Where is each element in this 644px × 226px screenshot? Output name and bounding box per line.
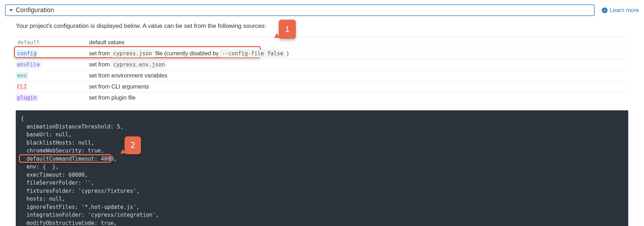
source-row: envFileset from cypress.env.json	[16, 59, 628, 70]
configuration-accordion-header[interactable]: Configuration	[5, 4, 595, 16]
source-key: CLI	[16, 83, 28, 90]
source-desc: set from cypress.env.json	[89, 59, 628, 70]
source-key: config	[16, 50, 38, 57]
source-row: CLIset from CLI arguments	[16, 81, 628, 92]
panel-title: Configuration	[16, 6, 54, 14]
source-key: plugin	[16, 94, 38, 101]
info-icon: i	[602, 7, 608, 13]
code-literal: --config-file false	[220, 50, 285, 57]
caret-down-icon	[9, 9, 13, 11]
config-line: execTimeout: 60000,	[21, 171, 623, 179]
config-line: defaultCommandTimeout: 4000,2	[21, 155, 623, 163]
source-desc: default values	[89, 37, 628, 48]
intro-text: Your project's configuration is displaye…	[16, 22, 628, 30]
config-line: hosts: null,	[21, 195, 623, 203]
learn-more-label: Learn more	[610, 7, 639, 14]
config-line: modifyObstructiveCode: true,	[21, 219, 623, 226]
source-desc: set from environment variables	[89, 70, 628, 81]
source-desc: set from CLI arguments	[89, 81, 628, 92]
config-line: baseUrl: null,	[21, 131, 623, 139]
source-row: defaultdefault values	[16, 37, 628, 48]
learn-more-link[interactable]: i Learn more	[602, 7, 639, 14]
code-literal: cypress.json	[111, 50, 153, 57]
code-literal: cypress.env.json	[111, 61, 167, 69]
config-line: blacklistHosts: null,	[21, 139, 623, 147]
source-key: envFile	[16, 61, 41, 68]
resolved-configuration-code: {animationDistanceThreshold: 5,baseUrl: …	[16, 110, 628, 226]
config-line: {	[21, 115, 623, 123]
source-row: envset from environment variables	[16, 70, 628, 81]
config-sources-table: defaultdefault valuesconfig1set from cyp…	[16, 37, 628, 103]
config-line: animationDistanceThreshold: 5,	[21, 123, 623, 131]
config-line: chromeWebSecurity: true,	[21, 147, 623, 155]
config-line: fileServerFolder: '',	[21, 179, 623, 187]
source-desc: set from plugin file	[89, 92, 628, 104]
config-line: env: { },	[21, 163, 623, 171]
config-line: fixturesFolder: 'cypress/fixtures',	[21, 187, 623, 195]
source-key: env	[16, 72, 28, 79]
source-row: pluginset from plugin file	[16, 92, 628, 104]
source-key: default	[16, 39, 41, 46]
config-line: ignoreTestFiles: '*.hot-update.js',	[21, 203, 623, 211]
config-line: integrationFolder: 'cypress/integration'…	[21, 211, 623, 219]
source-row: config1set from cypress.json file (curre…	[16, 48, 628, 59]
source-desc: set from cypress.json file (currently di…	[89, 48, 628, 59]
